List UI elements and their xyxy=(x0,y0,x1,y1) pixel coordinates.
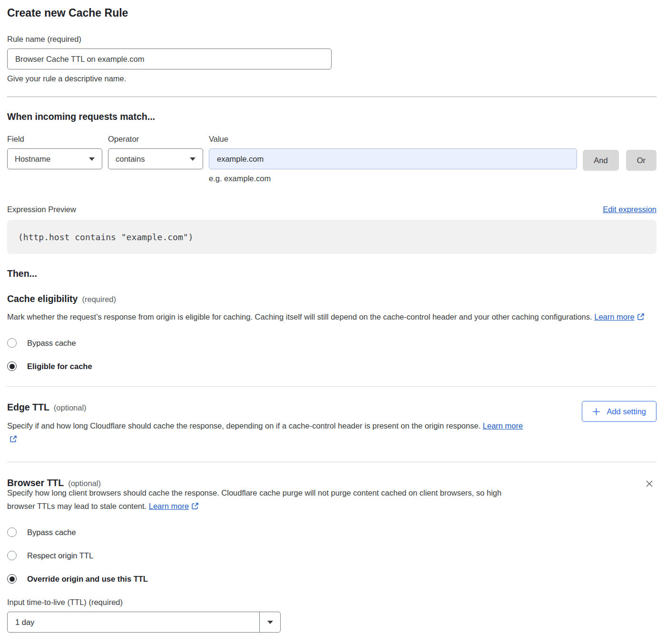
rule-name-helper: Give your rule a descriptive name. xyxy=(7,74,656,83)
expression-preview-row: Expression Preview Edit expression xyxy=(7,205,656,214)
edge-ttl-title: Edge TTL xyxy=(7,402,49,413)
add-setting-button[interactable]: Add setting xyxy=(582,401,656,422)
radio-icon xyxy=(7,338,17,348)
value-column: Value e.g. example.com xyxy=(209,135,577,183)
expression-code-block: (http.host contains "example.com") xyxy=(7,220,656,254)
cache-eligibility-qualifier: (required) xyxy=(82,295,116,304)
close-icon xyxy=(644,478,655,489)
external-link-icon xyxy=(191,503,199,511)
browser-ttl-learn-more-link[interactable]: Learn more xyxy=(149,502,189,510)
operator-select-value: contains xyxy=(116,155,145,164)
operator-label: Operator xyxy=(108,135,203,144)
chevron-down-icon xyxy=(89,157,95,161)
cache-eligibility-description: Mark whether the request’s response from… xyxy=(7,310,656,324)
radio-label: Respect origin TTL xyxy=(27,551,93,560)
ttl-select-arrow-segment[interactable] xyxy=(259,612,280,632)
field-select[interactable]: Hostname xyxy=(7,148,102,169)
cache-eligibility-description-text: Mark whether the request’s response from… xyxy=(7,312,592,321)
and-button[interactable]: And xyxy=(583,150,618,171)
field-select-value: Hostname xyxy=(15,155,50,164)
expression-preview-label: Expression Preview xyxy=(7,205,76,214)
match-heading: When incoming requests match... xyxy=(7,111,656,122)
create-cache-rule-form: Create new Cache Rule Rule name (require… xyxy=(0,0,666,644)
rule-name-input[interactable] xyxy=(7,49,332,69)
radio-browser-bypass-cache[interactable]: Bypass cache xyxy=(7,527,76,537)
operator-select[interactable]: contains xyxy=(108,148,203,169)
ttl-select[interactable]: 1 day xyxy=(7,612,281,633)
radio-override-origin-ttl[interactable]: Override origin and use this TTL xyxy=(7,574,148,584)
radio-label: Bypass cache xyxy=(27,528,76,537)
radio-icon xyxy=(7,527,17,537)
section-divider xyxy=(7,386,656,387)
chevron-down-icon xyxy=(190,157,196,161)
radio-selected-icon xyxy=(7,574,17,584)
radio-bypass-cache[interactable]: Bypass cache xyxy=(7,338,76,348)
radio-label: Override origin and use this TTL xyxy=(27,575,148,584)
radio-icon xyxy=(7,551,17,560)
expression-code: (http.host contains "example.com") xyxy=(18,232,193,242)
chevron-down-icon xyxy=(267,621,273,624)
value-label: Value xyxy=(209,135,577,144)
edit-expression-link[interactable]: Edit expression xyxy=(603,205,656,214)
field-column: Field Hostname xyxy=(7,135,102,169)
radio-eligible-for-cache[interactable]: Eligible for cache xyxy=(7,361,92,371)
operator-column: Operator contains xyxy=(108,135,203,169)
radio-label: Eligible for cache xyxy=(27,362,92,371)
external-link-icon xyxy=(10,436,17,444)
or-button[interactable]: Or xyxy=(626,150,656,171)
plus-icon xyxy=(592,408,600,416)
edge-ttl-qualifier: (optional) xyxy=(54,403,87,412)
ttl-input-label: Input time-to-live (TTL) (required) xyxy=(7,598,656,607)
cache-eligibility-header: Cache eligibility (required) xyxy=(7,293,656,304)
value-input[interactable] xyxy=(209,148,577,169)
section-divider xyxy=(7,462,656,462)
edge-ttl-description-text: Specify if and how long Cloudflare shoul… xyxy=(7,421,480,430)
browser-ttl-description-text: Specify how long client browsers should … xyxy=(7,488,501,510)
browser-ttl-description: Specify how long client browsers should … xyxy=(7,486,526,514)
cache-eligibility-title: Cache eligibility xyxy=(7,293,78,304)
remove-browser-ttl-button[interactable] xyxy=(642,477,656,491)
field-label: Field xyxy=(7,135,102,144)
edge-ttl-learn-more-link[interactable]: Learn more xyxy=(483,421,523,430)
cache-eligibility-learn-more-link[interactable]: Learn more xyxy=(594,312,634,321)
section-divider xyxy=(7,97,656,97)
external-link-icon xyxy=(637,313,645,322)
page-title: Create new Cache Rule xyxy=(7,7,656,20)
edge-ttl-description: Specify if and how long Cloudflare shoul… xyxy=(7,419,533,447)
radio-respect-origin-ttl[interactable]: Respect origin TTL xyxy=(7,551,93,560)
value-helper: e.g. example.com xyxy=(209,174,577,183)
rule-name-label: Rule name (required) xyxy=(7,35,656,44)
match-condition-row: Field Hostname Operator contains Value e… xyxy=(7,135,656,183)
edge-ttl-title-group: Edge TTL (optional) xyxy=(7,402,87,413)
add-setting-label: Add setting xyxy=(607,407,646,416)
condition-logic-buttons: And Or xyxy=(583,135,656,171)
radio-label: Bypass cache xyxy=(27,339,76,348)
radio-selected-icon xyxy=(7,361,17,371)
then-heading: Then... xyxy=(7,268,656,279)
ttl-select-value: 1 day xyxy=(8,612,259,632)
